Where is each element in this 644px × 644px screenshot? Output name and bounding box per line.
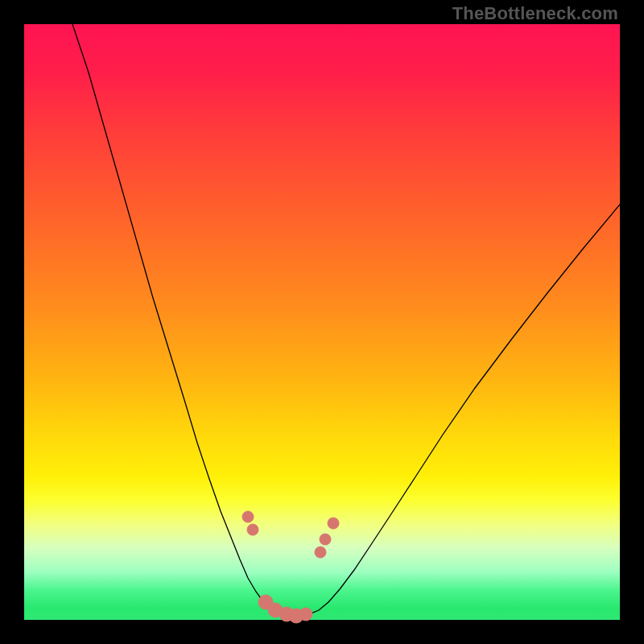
watermark-text: TheBottleneck.com	[452, 3, 618, 24]
chart-frame: TheBottleneck.com	[0, 0, 644, 644]
data-points	[242, 511, 339, 623]
data-point	[315, 547, 326, 558]
data-point	[299, 608, 312, 621]
data-point	[328, 518, 339, 529]
bottleneck-curve	[72, 24, 620, 616]
data-point	[320, 534, 331, 545]
chart-svg	[24, 24, 620, 620]
data-point	[247, 524, 258, 535]
data-point	[242, 511, 254, 522]
